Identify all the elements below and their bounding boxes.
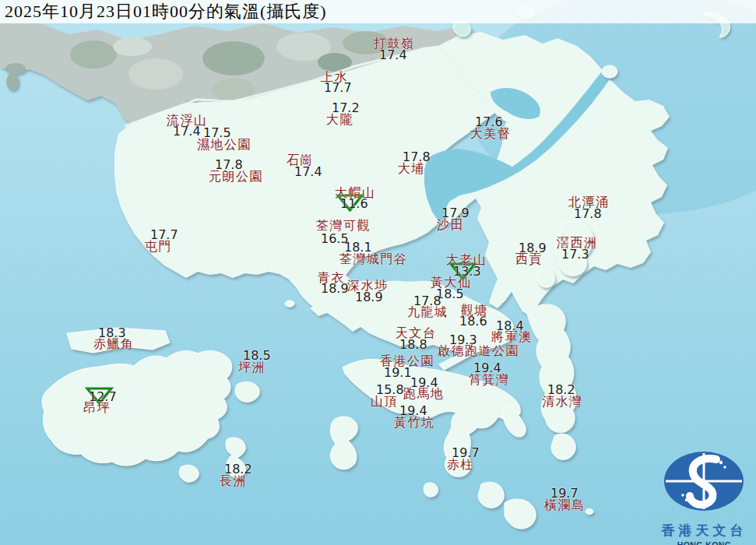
station-label: 屯門 <box>145 240 172 253</box>
station-label: 啟德跑道公園 <box>438 344 519 357</box>
station-label: 赤鱲角 <box>93 337 135 350</box>
station-label: 濕地公園 <box>197 138 251 151</box>
station-label: 北潭涌 <box>568 195 610 209</box>
hko-logo-english-name: HONG KONG OBSERVATORY <box>652 540 756 545</box>
station-label: 上水 <box>321 70 348 83</box>
station-label: 沙田 <box>437 218 464 231</box>
station-label: 坪洲 <box>238 360 265 374</box>
station-label: 天文台 <box>396 326 437 339</box>
station-label: 昂坪 <box>83 401 111 414</box>
station-temperature: 18.6 <box>459 315 487 328</box>
station-temperature: 19.1 <box>384 367 412 379</box>
station-label: 大老山 <box>446 253 487 266</box>
station-temperature: 17.7 <box>324 82 352 94</box>
station-label: 橫瀾島 <box>544 498 585 512</box>
station-label: 筲箕灣 <box>469 373 510 386</box>
station-label: 大隴 <box>326 113 353 126</box>
station-label: 深水埗 <box>347 279 389 292</box>
station-label: 大埔 <box>398 162 425 175</box>
station-label: 西貢 <box>515 252 543 265</box>
station-label: 將軍澳 <box>491 330 533 343</box>
stations-layer: 17.4打鼓嶺17.7上水17.2大隴17.4流浮山17.5濕地公園17.6大美… <box>0 0 756 545</box>
station-temperature: 18.9 <box>321 283 349 295</box>
station-label: 赤柱 <box>447 458 474 471</box>
station-temperature: 17.3 <box>561 248 589 261</box>
station-label: 跑馬地 <box>403 387 445 400</box>
station-temperature: 17.4 <box>294 166 322 178</box>
hko-logo: 香港天文台 HONG KONG OBSERVATORY <box>652 445 756 543</box>
station-label: 荃灣城門谷 <box>339 252 408 265</box>
station-temperature: 17.4 <box>173 125 201 138</box>
station-label: 山頂 <box>371 395 398 408</box>
hko-logo-chinese-name: 香港天文台 <box>652 522 756 540</box>
station-label: 黃大仙 <box>431 276 472 289</box>
station-temperature: 18.9 <box>355 291 383 304</box>
station-label: 長洲 <box>220 474 247 487</box>
station-label: 清水灣 <box>542 395 583 408</box>
station-temperature: 17.8 <box>574 208 602 220</box>
station-label: 黃竹坑 <box>394 416 435 429</box>
station-label: 打鼓嶺 <box>374 37 415 50</box>
station-label: 元朗公園 <box>209 170 263 183</box>
title-bar: 2025年10月23日01時00分的氣溫(攝氏度) <box>0 0 756 23</box>
station-temperature: 11.6 <box>340 198 368 210</box>
hko-emblem-icon <box>652 445 756 517</box>
map-title: 2025年10月23日01時00分的氣溫(攝氏度) <box>0 0 327 23</box>
station-temperature: 17.4 <box>379 49 407 62</box>
station-label: 滘西洲 <box>557 236 598 249</box>
station-label: 青衣 <box>318 271 345 284</box>
station-label: 觀塘 <box>461 304 488 317</box>
station-label: 大帽山 <box>335 186 376 199</box>
station-label: 九龍城 <box>407 305 448 318</box>
station-label: 流浮山 <box>167 114 208 127</box>
station-label: 荃灣可觀 <box>316 219 371 232</box>
station-label: 石崗 <box>287 153 314 167</box>
weather-map: 17.4打鼓嶺17.7上水17.2大隴17.4流浮山17.5濕地公園17.6大美… <box>0 0 756 545</box>
station-temperature: 18.8 <box>399 339 427 351</box>
station-label: 香港公園 <box>380 354 434 367</box>
station-label: 大美督 <box>470 127 512 140</box>
